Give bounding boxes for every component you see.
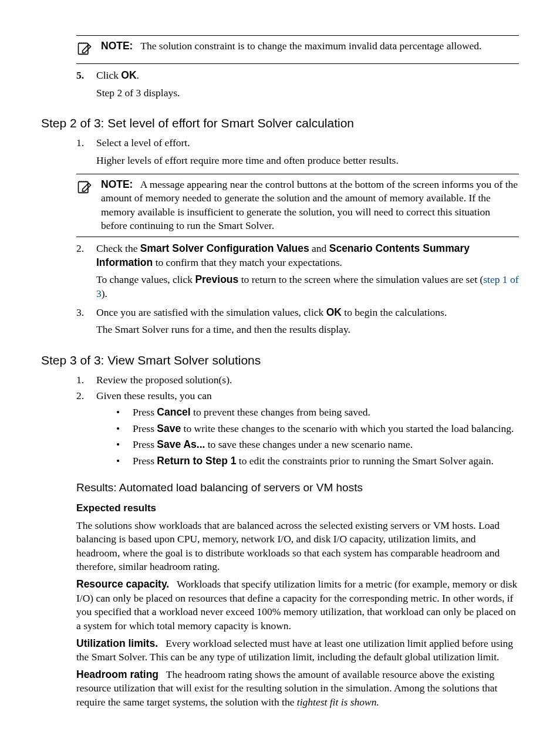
heading-expected-results: Expected results bbox=[76, 502, 519, 514]
step-number: 2. bbox=[76, 242, 84, 256]
step3-2: 2. Given these results, you can bbox=[76, 389, 519, 403]
para-headroom-rating: Headroom rating The headroom rating show… bbox=[76, 668, 519, 710]
bullet-icon: • bbox=[116, 454, 120, 468]
step-text: Review the proposed solution(s). bbox=[96, 374, 232, 386]
step2-1: 1. Select a level of effort. Higher leve… bbox=[76, 136, 519, 167]
bullet-return-step1: • Press Return to Step 1 to edit the con… bbox=[116, 454, 519, 468]
para-utilization-limits: Utilization limits. Every workload selec… bbox=[76, 637, 519, 664]
note-body: A message appearing near the control but… bbox=[101, 178, 518, 232]
note-icon bbox=[76, 39, 93, 60]
note-icon bbox=[76, 178, 93, 198]
heading-results: Results: Automated load balancing of ser… bbox=[76, 481, 519, 494]
bullet-cancel: • Press Cancel to prevent these changes … bbox=[116, 406, 519, 420]
step-text: Select a level of effort. bbox=[96, 137, 190, 148]
runin-label: Resource capacity. bbox=[76, 578, 169, 590]
step-subtext: To change values, click Previous to retu… bbox=[96, 273, 519, 301]
step-number: 5. bbox=[76, 69, 84, 83]
bullet-save-as: • Press Save As... to save these changes… bbox=[116, 438, 519, 452]
step2-3: 3. Once you are satisfied with the simul… bbox=[76, 306, 519, 337]
para-expected: The solutions show workloads that are ba… bbox=[76, 519, 519, 575]
step-number: 1. bbox=[76, 373, 84, 387]
note-block: NOTE: A message appearing near the contr… bbox=[76, 174, 519, 238]
step-number: 2. bbox=[76, 389, 84, 403]
step-number: 3. bbox=[76, 306, 84, 320]
note-body: The solution constraint is to change the… bbox=[140, 40, 481, 52]
bullet-icon: • bbox=[116, 406, 120, 420]
note-text: NOTE: A message appearing near the contr… bbox=[101, 178, 519, 234]
step3-1: 1. Review the proposed solution(s). bbox=[76, 373, 519, 387]
step-text: Click OK. bbox=[96, 69, 139, 81]
bullet-icon: • bbox=[116, 422, 120, 436]
note-text: NOTE: The solution constraint is to chan… bbox=[101, 39, 481, 53]
runin-label: Headroom rating bbox=[76, 669, 158, 680]
para-resource-capacity: Resource capacity. Workloads that specif… bbox=[76, 578, 519, 633]
step-subtext: The Smart Solver runs for a time, and th… bbox=[96, 323, 519, 337]
note-label: NOTE: bbox=[101, 40, 133, 52]
heading-step2: Step 2 of 3: Set level of effort for Sma… bbox=[41, 116, 519, 130]
heading-step3: Step 3 of 3: View Smart Solver solutions bbox=[41, 353, 519, 367]
note-label: NOTE: bbox=[101, 178, 133, 190]
note-block: NOTE: The solution constraint is to chan… bbox=[76, 35, 519, 64]
runin-label: Utilization limits. bbox=[76, 637, 158, 649]
step-5: 5. Click OK. Step 2 of 3 displays. bbox=[76, 69, 519, 100]
step2-2: 2. Check the Smart Solver Configuration … bbox=[76, 242, 519, 301]
step-text: Given these results, you can bbox=[96, 390, 212, 401]
step-number: 1. bbox=[76, 136, 84, 150]
bullet-save: • Press Save to write these changes to t… bbox=[116, 422, 519, 436]
step-text: Once you are satisfied with the simulati… bbox=[96, 306, 447, 318]
step-subtext: Higher levels of effort require more tim… bbox=[96, 154, 519, 168]
step-subtext: Step 2 of 3 displays. bbox=[96, 86, 519, 100]
step-text: Check the Smart Solver Configuration Val… bbox=[96, 242, 470, 268]
bullet-icon: • bbox=[116, 438, 120, 452]
